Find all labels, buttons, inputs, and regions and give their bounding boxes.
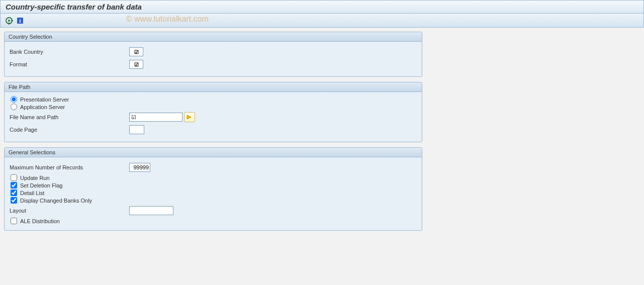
content-area: Country Selection Bank Country Format Fi… [0, 28, 644, 240]
execute-icon[interactable] [5, 16, 14, 25]
row-layout: Layout [9, 205, 418, 216]
multiple-selection-button[interactable] [184, 112, 195, 122]
input-format[interactable] [129, 60, 143, 69]
checkbox-set-deletion[interactable] [11, 182, 17, 188]
radio-application-input[interactable] [11, 104, 17, 110]
label-bank-country: Bank Country [9, 49, 129, 55]
input-layout[interactable] [129, 206, 173, 215]
radio-presentation-server[interactable]: Presentation Server [9, 96, 418, 103]
label-update-run: Update Run [19, 175, 50, 181]
svg-point-1 [8, 20, 10, 22]
group-general-selections: General Selections Maximum Number of Rec… [4, 147, 422, 231]
row-format: Format [9, 59, 418, 70]
checkbox-ale[interactable] [11, 218, 17, 224]
toolbar: i © www.tutorialkart.com [0, 14, 644, 28]
row-bank-country: Bank Country [9, 46, 418, 57]
input-bank-country[interactable] [129, 47, 143, 56]
row-file-name: File Name and Path [9, 112, 418, 123]
row-max-records: Maximum Number of Records [9, 162, 418, 173]
label-code-page: Code Page [9, 127, 129, 133]
checkbox-update-run[interactable] [11, 174, 17, 181]
label-set-deletion: Set Deletion Flag [19, 182, 62, 188]
checkbox-display-changed[interactable] [11, 197, 17, 204]
radio-application-server[interactable]: Application Server [9, 104, 418, 110]
title-bar: Country-specific transfer of bank data [0, 0, 644, 14]
group-header-general: General Selections [5, 148, 422, 157]
input-max-records[interactable] [129, 163, 150, 172]
watermark: © www.tutorialkart.com [126, 15, 209, 24]
check-detail-list[interactable]: Detail List [9, 189, 418, 196]
label-format: Format [9, 61, 129, 67]
row-code-page: Code Page [9, 124, 418, 135]
label-layout: Layout [9, 208, 129, 214]
group-header-country: Country Selection [5, 32, 422, 42]
input-code-page[interactable] [129, 125, 144, 134]
check-ale[interactable]: ALE Distribution [9, 218, 418, 224]
input-file-name[interactable] [129, 113, 182, 122]
label-application-server: Application Server [19, 104, 65, 110]
check-update-run[interactable]: Update Run [9, 174, 418, 181]
svg-marker-6 [187, 115, 191, 119]
group-header-file: File Path [5, 82, 422, 92]
check-set-deletion[interactable]: Set Deletion Flag [9, 182, 418, 188]
label-ale: ALE Distribution [19, 218, 60, 224]
label-file-name: File Name and Path [9, 114, 129, 120]
info-icon[interactable]: i [16, 16, 25, 25]
group-country-selection: Country Selection Bank Country Format [4, 32, 422, 77]
group-file-path: File Path Presentation Server Applicatio… [4, 82, 422, 142]
checkbox-detail-list[interactable] [11, 189, 17, 196]
radio-presentation-input[interactable] [11, 96, 17, 103]
label-presentation-server: Presentation Server [19, 97, 69, 103]
label-display-changed: Display Changed Banks Only [19, 198, 92, 204]
svg-text:i: i [19, 18, 21, 24]
check-display-changed[interactable]: Display Changed Banks Only [9, 197, 418, 204]
label-max-records: Maximum Number of Records [9, 164, 129, 170]
page-title: Country-specific transfer of bank data [6, 3, 142, 11]
label-detail-list: Detail List [19, 190, 44, 196]
